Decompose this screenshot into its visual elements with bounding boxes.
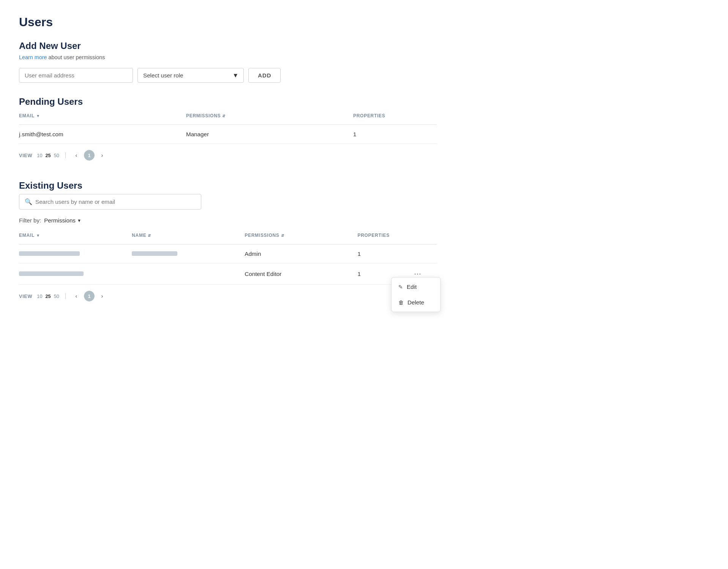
delete-label: Delete [407, 299, 424, 306]
existing-col-name[interactable]: NAME ⇵ [132, 230, 245, 241]
page-size-25[interactable]: 25 [46, 293, 51, 299]
chevron-down-icon: ▼ [77, 218, 81, 223]
role-select[interactable]: Select user role Admin Manager Content E… [137, 68, 244, 83]
existing-users-section: Existing Users 🔍 Filter by: Permissions … [19, 180, 437, 307]
filter-row: Filter by: Permissions ▼ [19, 217, 437, 224]
existing-row-2-email [19, 271, 132, 277]
context-menu-popup: ✎ Edit 🗑 Delete [391, 277, 441, 312]
view-label: VIEW [19, 293, 32, 299]
existing-col-actions [414, 230, 437, 241]
existing-row-2-actions: ⋯ ✎ Edit 🗑 Delete [414, 270, 437, 278]
trash-icon: 🗑 [398, 299, 404, 306]
edit-icon: ✎ [398, 284, 403, 290]
pending-row-email: j.smith@test.com [19, 131, 186, 137]
blurred-email [19, 251, 80, 256]
current-page[interactable]: 1 [84, 291, 95, 301]
filter-label: Filter by: [19, 217, 41, 224]
existing-pagination: VIEW 10 25 50 ‹ 1 › [19, 285, 437, 307]
blurred-name [132, 251, 177, 256]
sort-icon: ▼ [36, 114, 40, 118]
add-user-button[interactable]: ADD [248, 68, 281, 83]
view-label: VIEW [19, 153, 32, 158]
page-size-10[interactable]: 10 [37, 293, 42, 299]
existing-col-email[interactable]: EMAIL ▼ [19, 230, 132, 241]
existing-row-1-permissions: Admin [245, 251, 357, 257]
add-new-user-heading: Add New User [19, 41, 437, 51]
delete-menu-item[interactable]: 🗑 Delete [392, 295, 440, 310]
pending-col-email[interactable]: EMAIL ▼ [19, 110, 186, 121]
existing-row-1-email [19, 251, 132, 257]
pending-col-permissions[interactable]: PERMISSIONS ⇵ [186, 110, 353, 121]
add-user-row: Select user role Admin Manager Content E… [19, 68, 437, 83]
existing-col-properties: PROPERTIES [357, 230, 414, 241]
existing-col-permissions[interactable]: PERMISSIONS ⇵ [245, 230, 357, 241]
sort-icon: ⇵ [281, 233, 284, 238]
existing-row-1-name [132, 251, 245, 257]
pending-table-header: EMAIL ▼ PERMISSIONS ⇵ PROPERTIES [19, 110, 437, 125]
role-select-wrapper: Select user role Admin Manager Content E… [137, 68, 244, 83]
existing-users-heading: Existing Users [19, 180, 437, 191]
search-input[interactable] [35, 199, 196, 205]
existing-row-2-properties: 1 [357, 271, 414, 277]
pending-users-heading: Pending Users [19, 96, 437, 107]
blurred-email [19, 271, 84, 276]
pending-col-properties: PROPERTIES [353, 110, 437, 121]
filter-dropdown[interactable]: Permissions ▼ [44, 217, 81, 224]
existing-table-header: EMAIL ▼ NAME ⇵ PERMISSIONS ⇵ PROPERTIES [19, 230, 437, 244]
pending-row-permissions: Manager [186, 131, 353, 137]
pending-row-properties: 1 [353, 131, 437, 137]
search-icon: 🔍 [25, 198, 32, 205]
edit-menu-item[interactable]: ✎ Edit [392, 279, 440, 295]
pending-table-row: j.smith@test.com Manager 1 [19, 125, 437, 144]
sort-icon: ⇵ [222, 113, 226, 118]
prev-page-button[interactable]: ‹ [72, 292, 81, 301]
edit-label: Edit [407, 284, 417, 290]
sort-icon: ▼ [36, 233, 40, 238]
page-size-10[interactable]: 10 [37, 153, 42, 158]
existing-row-1-properties: 1 [357, 251, 414, 257]
pending-pagination: VIEW 10 25 50 ‹ 1 › [19, 144, 437, 167]
existing-table-row: Content Editor 1 ⋯ ✎ Edit 🗑 Delete [19, 263, 437, 285]
search-box: 🔍 [19, 194, 201, 210]
prev-page-button[interactable]: ‹ [72, 151, 81, 160]
page-size-25[interactable]: 25 [46, 153, 51, 158]
current-page[interactable]: 1 [84, 150, 95, 161]
filter-value: Permissions [44, 217, 76, 224]
learn-more-text: Learn more about user permissions [19, 54, 437, 60]
existing-users-table: EMAIL ▼ NAME ⇵ PERMISSIONS ⇵ PROPERTIES [19, 230, 437, 285]
next-page-button[interactable]: › [98, 151, 107, 160]
page-title: Users [19, 15, 437, 29]
next-page-button[interactable]: › [98, 292, 107, 301]
pending-users-section: Pending Users EMAIL ▼ PERMISSIONS ⇵ PROP… [19, 96, 437, 167]
sort-icon: ⇵ [148, 233, 151, 238]
pending-users-table: EMAIL ▼ PERMISSIONS ⇵ PROPERTIES j.smith… [19, 110, 437, 144]
user-email-input[interactable] [19, 68, 133, 83]
page-size-50[interactable]: 50 [54, 293, 59, 299]
pagination-divider [65, 293, 66, 299]
existing-table-row: Admin 1 [19, 244, 437, 263]
pagination-divider [65, 152, 66, 158]
add-new-user-section: Add New User Learn more about user permi… [19, 41, 437, 83]
page-size-50[interactable]: 50 [54, 153, 59, 158]
existing-row-2-permissions: Content Editor [245, 271, 357, 277]
learn-more-link[interactable]: Learn more [19, 54, 47, 60]
